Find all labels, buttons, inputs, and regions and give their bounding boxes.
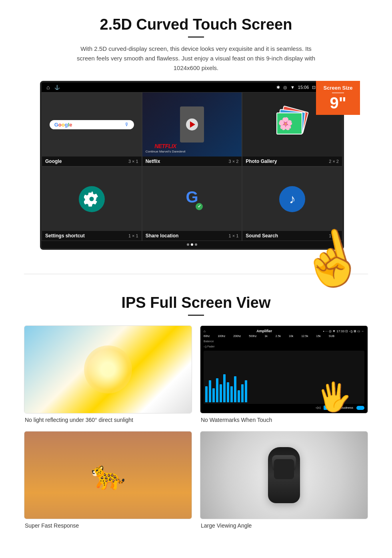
amp-fader-label: ◁) Fader [204, 345, 364, 348]
section2-title-divider [188, 315, 204, 316]
nav-dots [42, 241, 342, 248]
feature-viewing-label: Large Viewing Angle [200, 522, 368, 529]
wifi-icon: ▼ [290, 85, 295, 90]
feature-sunlight: No light reflecting under 360° direct su… [24, 325, 192, 423]
feature-grid: No light reflecting under 360° direct su… [24, 325, 368, 529]
gallery-stack: 🌸 [276, 108, 308, 141]
google-label-row: Google 3 × 1 [42, 157, 142, 166]
app-cell-google[interactable]: Google 🎙 Google 3 × 1 [42, 92, 142, 167]
settings-size: 1 × 1 [128, 233, 138, 238]
sound-cell-inner: ♪ [242, 167, 342, 231]
sound-label-row: Sound Search 1 × 1 [242, 231, 342, 241]
maps-g-letter: G [186, 188, 198, 206]
cheetah-visual: 🐆 [24, 432, 192, 519]
share-cell-inner: G ✓ [142, 167, 242, 231]
share-size: 1 × 1 [229, 233, 239, 238]
feature-speed: 🐆 Super Fast Response [24, 431, 192, 529]
section2-title: IPS Full Screen View [24, 294, 368, 311]
status-left-icons: ⌂ ⚓ [46, 84, 60, 90]
netflix-size: 3 × 2 [229, 159, 239, 164]
sound-size: 1 × 1 [329, 233, 339, 238]
section1-description: With 2.5D curved-display screen, this de… [76, 44, 316, 73]
netflix-label-row: Netflix 3 × 2 [142, 157, 242, 166]
app-grid-row2: Settings shortcut 1 × 1 G ✓ [42, 167, 342, 241]
feature-speed-label: Super Fast Response [24, 522, 192, 529]
usb-icon: ⚓ [54, 85, 60, 90]
gear-icon [84, 191, 99, 207]
eq-bar-2 [209, 380, 211, 402]
feature-speed-img: 🐆 [24, 431, 192, 519]
section-curved-touch: 2.5D Curved Touch Screen With 2.5D curve… [0, 0, 392, 258]
google-search-bar[interactable]: Google 🎙 [50, 120, 134, 129]
music-note-icon: ♪ [289, 192, 296, 207]
sound-label: Sound Search [246, 233, 278, 239]
sound-icon-circle: ♪ [279, 186, 305, 212]
status-time: 15:06 [298, 85, 309, 90]
gallery-flower: 🌸 [278, 116, 293, 130]
badge-size: 9" [330, 94, 346, 112]
amp-status: ▪ ··· ◎ ▼ 17:33 ⊡ ◁) ⊠ ▭ ← [323, 329, 364, 333]
app-cell-share[interactable]: G ✓ Share location 1 × 1 [142, 167, 242, 241]
netflix-label: Netflix [146, 159, 160, 164]
car-visual [200, 432, 368, 519]
app-grid-row1: Google 🎙 Google 3 × 1 [42, 92, 342, 167]
eq-bar-8 [230, 386, 233, 402]
settings-label: Settings shortcut [45, 233, 85, 239]
netflix-subtitle: Continue Marvel's Daredevil [146, 150, 186, 153]
title-divider [188, 36, 204, 38]
camera-icon: ⊡ [312, 85, 316, 90]
amp-loudness-toggle[interactable] [356, 406, 364, 410]
feature-watermark: ⌂ Amplifier ▪ ··· ◎ ▼ 17:33 ⊡ ◁) ⊠ ▭ ← 6… [200, 325, 368, 423]
nav-dot-3 [195, 243, 197, 246]
sunlight-visual [24, 326, 192, 413]
maps-g-icon-container: G ✓ [181, 188, 203, 210]
feature-watermark-img: ⌂ Amplifier ▪ ··· ◎ ▼ 17:33 ⊡ ◁) ⊠ ▭ ← 6… [200, 325, 368, 413]
google-logo: Google [54, 122, 72, 128]
amp-freq-labels: 60hz100hz200hz500hz1k2.5k10k12.5k15kSUB [204, 335, 364, 337]
android-screen: ⌂ ⚓ ✱ ◎ ▼ 15:06 ⊡ ◁) ⊠ ▭ [40, 81, 344, 250]
device-mockup: Screen Size 9" ⌂ ⚓ ✱ ◎ ▼ 15:06 ⊡ ◁) ⊠ [40, 81, 352, 250]
eq-bar-4 [216, 378, 218, 402]
screen-size-badge: Screen Size 9" [316, 81, 360, 115]
home-icon: ⌂ [46, 84, 50, 90]
section-divider-line [24, 274, 368, 274]
netflix-play-button[interactable] [186, 118, 198, 130]
share-label-row: Share location 1 × 1 [142, 231, 242, 241]
feature-watermark-label: No Watermarks When Touch [200, 417, 368, 423]
amp-header: ⌂ Amplifier ▪ ··· ◎ ▼ 17:33 ⊡ ◁) ⊠ ▭ ← [204, 329, 364, 333]
eq-bar-9 [234, 376, 236, 402]
bluetooth-icon: ✱ [276, 85, 280, 90]
eq-bar-5 [220, 384, 222, 402]
gallery-label: Photo Gallery [246, 159, 277, 164]
eq-bar-10 [238, 390, 240, 402]
feature-sunlight-label: No light reflecting under 360° direct su… [24, 417, 192, 423]
feature-viewing: Large Viewing Angle [200, 431, 368, 529]
google-size: 3 × 1 [128, 159, 138, 164]
gallery-size: 2 × 2 [329, 159, 339, 164]
app-cell-netflix[interactable]: NETFLIX Continue Marvel's Daredevil Netf… [142, 92, 242, 167]
app-cell-settings[interactable]: Settings shortcut 1 × 1 [42, 167, 142, 241]
feature-sunlight-img [24, 325, 192, 413]
eq-bar-11 [241, 384, 244, 402]
badge-label: Screen Size [321, 85, 355, 91]
settings-cell-inner [42, 167, 142, 231]
car-top-view [268, 447, 300, 503]
google-cell-inner: Google 🎙 [42, 92, 142, 157]
car-window [274, 459, 294, 479]
eq-bar-7 [227, 382, 229, 402]
location-icon: ◎ [283, 85, 287, 90]
mic-icon: 🎙 [124, 122, 129, 127]
touch-hand-icon: 🖐 [316, 379, 353, 413]
amp-balance-label: Balance [204, 340, 364, 343]
amp-title: Amplifier [256, 329, 272, 333]
status-bar: ⌂ ⚓ ✱ ◎ ▼ 15:06 ⊡ ◁) ⊠ ▭ [42, 82, 342, 92]
amp-home-icon: ⌂ [204, 329, 206, 333]
badge-divider [332, 92, 344, 93]
section1-title: 2.5D Curved Touch Screen [24, 16, 368, 33]
gallery-card-3: 🌸 [276, 112, 302, 134]
feature-viewing-img [200, 431, 368, 519]
settings-label-row: Settings shortcut 1 × 1 [42, 231, 142, 241]
netflix-cell-inner: NETFLIX Continue Marvel's Daredevil [142, 92, 242, 157]
eq-bar-12 [245, 380, 247, 402]
app-cell-sound[interactable]: ♪ Sound Search 1 × 1 [242, 167, 342, 241]
